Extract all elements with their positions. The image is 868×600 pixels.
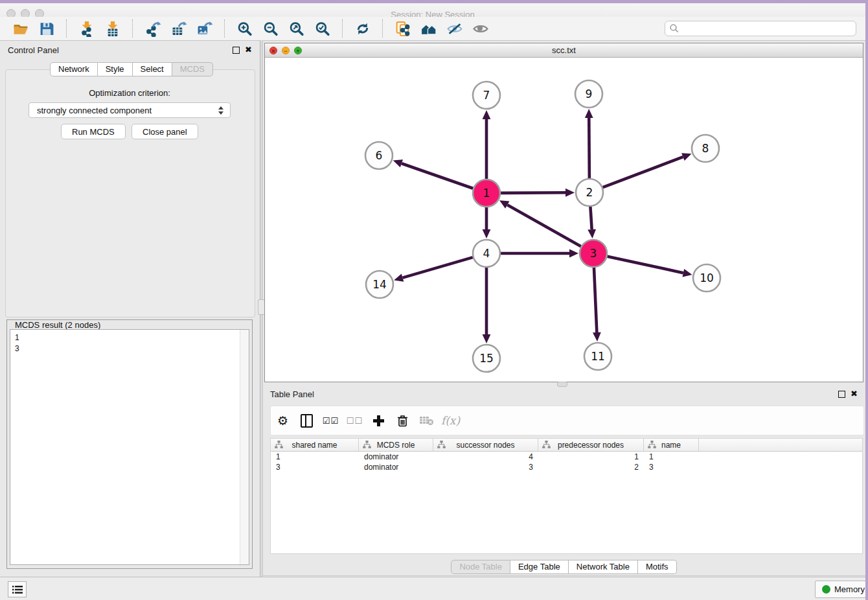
edge-arrowhead [483, 229, 491, 238]
tab-network-table[interactable]: Network Table [569, 560, 638, 574]
table-cell[interactable]: 1 [644, 452, 699, 462]
tab-select[interactable]: Select [133, 62, 172, 76]
refresh-view-button[interactable] [350, 19, 376, 38]
table-cell[interactable]: 3 [433, 462, 538, 472]
edge-3-10[interactable] [607, 257, 683, 273]
node-label-4: 4 [483, 247, 490, 260]
control-panel-tabs: NetworkStyleSelectMCDS [50, 62, 213, 76]
table-cell[interactable]: 3 [271, 462, 359, 472]
first-neighbors-icon [394, 21, 411, 37]
zoom-selected-icon [314, 21, 331, 37]
column-header-shared-name[interactable]: shared name [271, 439, 359, 451]
tab-edge-table[interactable]: Edge Table [510, 560, 569, 574]
table-cell[interactable]: 1 [271, 452, 359, 462]
select-all-columns-button[interactable]: ☑☑ [319, 409, 343, 432]
edge-2-9[interactable] [589, 118, 589, 178]
zoom-out-button[interactable] [258, 19, 284, 38]
table-row[interactable]: 3dominator323 [271, 462, 862, 472]
node-label-3: 3 [590, 247, 597, 260]
toolbar-separator [66, 19, 67, 38]
table-row[interactable]: 1dominator411 [271, 452, 862, 462]
edge-1-6[interactable] [402, 163, 473, 189]
edge-2-8[interactable] [603, 157, 683, 187]
edge-2-3[interactable] [590, 207, 591, 229]
tab-mcds[interactable]: MCDS [172, 62, 213, 76]
search-input[interactable] [665, 21, 856, 36]
delete-columns-button[interactable] [391, 409, 415, 432]
zoom-in-icon [236, 21, 253, 37]
node-label-7: 7 [483, 89, 490, 102]
show-columns-button[interactable] [295, 409, 319, 432]
table-cell[interactable]: 3 [644, 462, 699, 472]
memory-status-icon [822, 585, 830, 594]
node-label-9: 9 [586, 87, 593, 100]
run-mcds-button[interactable]: Run MCDS [61, 124, 126, 139]
optimization-criterion-value: strongly connected component [29, 106, 216, 115]
edge-3-11[interactable] [594, 268, 597, 332]
table-mode-button[interactable]: ⚙ [271, 409, 295, 432]
node-label-2: 2 [586, 186, 593, 199]
edge-arrowhead [588, 229, 596, 238]
table-cell[interactable]: dominator [359, 452, 433, 462]
task-history-button[interactable] [8, 581, 27, 597]
mcds-result-scrollbar[interactable] [240, 330, 249, 564]
tab-network[interactable]: Network [50, 62, 98, 76]
hide-selected-button[interactable] [442, 19, 468, 38]
mcds-result-textarea[interactable]: 1 3 [10, 329, 249, 565]
tab-motifs[interactable]: Motifs [638, 560, 677, 574]
column-header-label: predecessor nodes [558, 441, 624, 450]
zoom-in-button[interactable] [232, 19, 258, 38]
table-panel-close-icon[interactable]: ✖ [851, 391, 858, 397]
network-frame-titlebar[interactable]: × − + scc.txt [265, 43, 863, 58]
table-cell[interactable]: 2 [538, 462, 644, 472]
save-session-icon [38, 21, 55, 37]
delete-table-button [415, 409, 439, 432]
create-column-button[interactable] [367, 409, 391, 432]
first-neighbors-button[interactable] [390, 19, 416, 38]
network-canvas[interactable]: 1234678910111415 [265, 58, 863, 382]
status-bar [0, 577, 865, 600]
zoom-fit-content-button[interactable] [284, 19, 310, 38]
close-panel-button[interactable]: Close panel [131, 124, 198, 139]
zoom-fit-content-icon [288, 21, 305, 37]
table-cell[interactable]: dominator [359, 462, 433, 472]
table-cell[interactable]: 1 [538, 452, 644, 462]
control-panel-title: Control Panel [0, 45, 59, 55]
control-panel-close-icon[interactable]: ✖ [245, 47, 252, 53]
import-table-button[interactable] [100, 19, 126, 38]
table-toolbar: ⚙☑☑☐☐f(x) [270, 406, 864, 435]
export-image-button[interactable] [192, 19, 218, 38]
export-image-icon [196, 21, 213, 37]
export-table-button[interactable] [166, 19, 192, 38]
control-panel-float-icon[interactable] [233, 47, 240, 54]
node-label-10: 10 [700, 271, 714, 284]
import-network-button[interactable] [74, 19, 100, 38]
edge-1-2[interactable] [501, 192, 565, 193]
table-panel-tabs: Node TableEdge TableNetwork TableMotifs [262, 560, 865, 574]
zoom-selected-button[interactable] [310, 19, 336, 38]
tab-style[interactable]: Style [98, 62, 133, 76]
column-header-MCDS-role[interactable]: MCDS role [359, 439, 433, 451]
home-button[interactable] [416, 19, 442, 38]
export-network-button[interactable] [140, 19, 166, 38]
column-header-label: shared name [291, 441, 337, 450]
optimization-criterion-select[interactable]: strongly connected component [29, 102, 231, 118]
table-cell[interactable]: 4 [433, 452, 538, 462]
edge-4-14[interactable] [403, 257, 473, 278]
memory-button[interactable]: Memory [815, 581, 868, 598]
open-session-button[interactable] [8, 19, 34, 38]
table-panel-header: Table Panel ✖ [262, 385, 865, 403]
edge-3-1[interactable] [507, 205, 581, 246]
table-panel-float-icon[interactable] [838, 391, 845, 398]
tab-node-table[interactable]: Node Table [451, 560, 510, 574]
edge-arrowhead [483, 334, 491, 343]
save-session-button[interactable] [34, 19, 60, 38]
deselect-all-columns-button[interactable]: ☐☐ [343, 409, 367, 432]
import-table-icon [104, 21, 121, 37]
column-header-predecessor-nodes[interactable]: predecessor nodes [538, 439, 644, 451]
show-hidden-button[interactable] [468, 19, 494, 38]
column-header-successor-nodes[interactable]: successor nodes [433, 439, 538, 451]
node-table[interactable]: shared nameMCDS rolesuccessor nodesprede… [270, 438, 863, 554]
toolbar-separator [132, 19, 133, 38]
column-header-name[interactable]: name [644, 439, 699, 451]
